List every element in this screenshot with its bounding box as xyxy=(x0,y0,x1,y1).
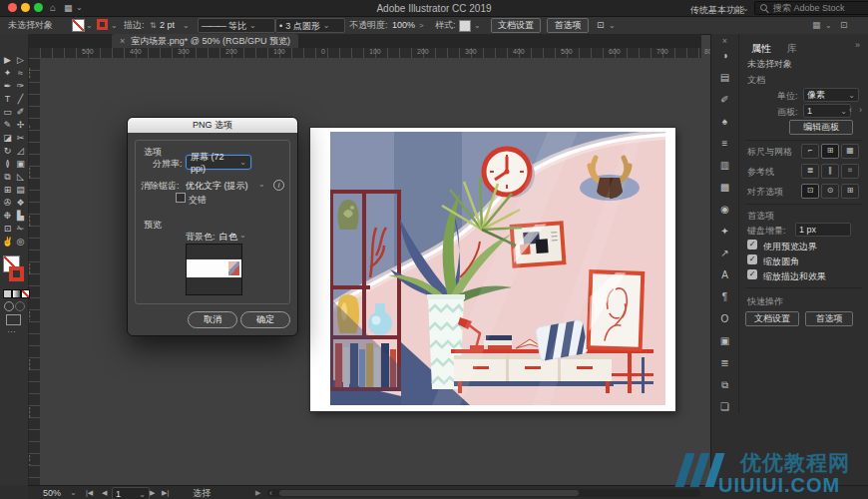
artboard-dropdown[interactable]: 1 ⌄ xyxy=(803,104,851,118)
show-transparency-grid-icon[interactable]: ▦ xyxy=(841,144,859,159)
snap-to-pixel-icon[interactable]: ⊙ xyxy=(821,184,839,199)
pencil-tool[interactable]: ✎ xyxy=(1,119,14,132)
tab-libraries[interactable]: 库 xyxy=(787,42,797,56)
interlace-checkbox[interactable] xyxy=(176,193,186,203)
gradient-panel-icon[interactable]: ▥ xyxy=(711,160,738,171)
brush-dropdown[interactable]: • 3 点圆形 ⌄ xyxy=(275,18,345,33)
scale-corners-checkbox[interactable]: ✓ xyxy=(747,254,757,264)
artboard[interactable] xyxy=(310,128,675,411)
zoom-tool[interactable]: ◎ xyxy=(14,236,27,249)
close-dock-icon[interactable]: × xyxy=(711,36,738,46)
background-color-dropdown[interactable]: 白色 xyxy=(219,231,237,244)
rotate-tool[interactable]: ↻ xyxy=(1,145,14,158)
pen-tool[interactable]: ✒ xyxy=(1,80,14,93)
stroke-color-control[interactable] xyxy=(9,266,24,281)
first-artboard-icon[interactable]: |◀ xyxy=(86,486,93,499)
edit-artboards-button[interactable]: 编辑画板 xyxy=(789,120,853,135)
scale-tool[interactable]: ◿ xyxy=(14,145,27,158)
swatches-panel-icon[interactable]: ▤ xyxy=(711,72,738,83)
pathfinder-panel-icon[interactable]: ⧉ xyxy=(711,379,738,391)
artboard-tool[interactable]: ⊡ xyxy=(1,223,14,236)
graphic-styles-panel-icon[interactable]: ✦ xyxy=(711,226,738,237)
opentype-panel-icon[interactable]: O xyxy=(711,313,738,324)
last-artboard-icon[interactable]: ▶| xyxy=(162,486,169,499)
cancel-button[interactable]: 取消 xyxy=(188,311,237,328)
line-segment-tool[interactable]: ╱ xyxy=(14,93,27,106)
document-tab[interactable]: × 室内场景.png* @ 50% (RGB/GPU 预览) xyxy=(112,34,298,48)
lasso-tool[interactable]: ≈ xyxy=(14,67,27,80)
eraser-tool[interactable]: ◪ xyxy=(1,132,14,145)
zoom-level[interactable]: 50% xyxy=(43,486,61,499)
close-tab-icon[interactable]: × xyxy=(120,34,125,48)
stroke-swatch[interactable] xyxy=(97,19,108,30)
direct-selection-tool[interactable]: ▷ xyxy=(14,54,27,67)
color-button[interactable] xyxy=(3,289,12,298)
workspace-icon[interactable]: ⊡ xyxy=(840,17,848,34)
paintbrush-tool[interactable]: ✐ xyxy=(14,106,27,119)
keyboard-increment-input[interactable]: 1 px xyxy=(795,223,851,237)
isolate-icon[interactable]: ⊡ xyxy=(597,17,605,34)
artboard-nav-dropdown[interactable]: 1 ⌄ xyxy=(112,487,150,499)
stroke-panel-icon[interactable]: ≡ xyxy=(711,138,738,149)
preview-bounds-checkbox[interactable]: ✓ xyxy=(747,240,757,250)
resolution-dropdown[interactable]: 屏幕 (72 ppi) ⌄ xyxy=(186,155,251,170)
status-flyout-icon[interactable]: ▶ xyxy=(255,486,260,499)
show-grid-icon[interactable]: ⊞ xyxy=(821,144,839,159)
transparency-panel-icon[interactable]: ▩ xyxy=(711,182,738,193)
arrange-documents-icon[interactable]: ▦ xyxy=(812,17,821,34)
free-transform-tool[interactable]: ▣ xyxy=(14,158,27,171)
quick-document-setup-button[interactable]: 文档设置 xyxy=(745,311,799,326)
layers-panel-icon[interactable]: ❏ xyxy=(711,401,738,412)
align-panel-icon[interactable]: ≣ xyxy=(711,357,738,368)
horizontal-scrollbar[interactable]: ‹ xyxy=(267,489,700,497)
show-rulers-icon[interactable]: ⌐ xyxy=(801,144,819,159)
gradient-button[interactable] xyxy=(12,289,21,298)
scale-strokes-checkbox[interactable]: ✓ xyxy=(747,269,757,279)
stroke-weight-value[interactable]: 2 pt xyxy=(160,17,175,34)
type-tool[interactable]: T xyxy=(1,93,14,106)
eyedropper-tool[interactable]: ✇ xyxy=(1,197,14,210)
shaper-tool[interactable]: ✢ xyxy=(14,119,27,132)
column-graph-tool[interactable]: ▙ xyxy=(14,210,27,223)
paragraph-panel-icon[interactable]: ¶ xyxy=(711,291,738,302)
edit-toolbar-icon[interactable]: ··· xyxy=(7,326,16,336)
panel-menu-icon[interactable]: » xyxy=(855,40,860,50)
none-button[interactable] xyxy=(21,289,30,298)
perspective-grid-tool[interactable]: ◺ xyxy=(14,171,27,184)
document-setup-button[interactable]: 文档设置 xyxy=(491,18,541,33)
fill-swatch[interactable] xyxy=(72,19,85,32)
workspace-switcher[interactable]: 传统基本功能 xyxy=(690,4,744,17)
width-profile-dropdown[interactable]: ——— 等比 ⌄ xyxy=(198,18,275,33)
stock-search-field[interactable]: 搜索 Adobe Stock xyxy=(754,1,868,15)
prev-artboard-icon[interactable]: ◀ xyxy=(102,486,107,499)
dialog-title[interactable]: PNG 选项 xyxy=(128,118,297,133)
curvature-tool[interactable]: ✑ xyxy=(14,80,27,93)
next-artboard-icon[interactable]: › xyxy=(859,105,862,115)
scissors-tool[interactable]: ✂ xyxy=(14,132,27,145)
gradient-tool[interactable]: ▤ xyxy=(14,184,27,197)
info-icon[interactable]: i xyxy=(273,180,284,191)
mesh-tool[interactable]: ⊞ xyxy=(1,184,14,197)
opacity-value[interactable]: 100% xyxy=(392,17,415,34)
symbol-sprayer-tool[interactable]: ❉ xyxy=(1,210,14,223)
slice-tool[interactable]: ✁ xyxy=(14,223,27,236)
tab-properties[interactable]: 属性 xyxy=(751,42,771,56)
make-guides-icon[interactable]: ⌗ xyxy=(841,164,859,179)
quick-preferences-button[interactable]: 首选项 xyxy=(805,311,853,326)
style-swatch[interactable] xyxy=(459,20,471,32)
draw-normal-mode-icon[interactable] xyxy=(4,301,14,311)
blend-tool[interactable]: ❖ xyxy=(14,197,27,210)
preferences-button[interactable]: 首选项 xyxy=(547,18,589,33)
character-panel-icon[interactable]: A xyxy=(711,269,738,280)
draw-behind-mode-icon[interactable] xyxy=(15,301,25,311)
appearance-panel-icon[interactable]: ◉ xyxy=(711,204,738,215)
width-tool[interactable]: ≬ xyxy=(1,158,14,171)
ok-button[interactable]: 确定 xyxy=(240,311,290,328)
snap-to-grid-icon[interactable]: ⊡ xyxy=(801,184,819,199)
selection-tool[interactable]: ▶ xyxy=(1,54,14,67)
antialias-dropdown[interactable]: 优化文字 (提示) xyxy=(186,180,248,193)
snap-to-point-icon[interactable]: ⊞ xyxy=(841,184,859,199)
lock-guides-icon[interactable]: ∥ xyxy=(821,164,839,179)
stepper-icon[interactable]: ⇅ xyxy=(150,17,157,34)
scrollbar-thumb[interactable] xyxy=(279,490,579,496)
